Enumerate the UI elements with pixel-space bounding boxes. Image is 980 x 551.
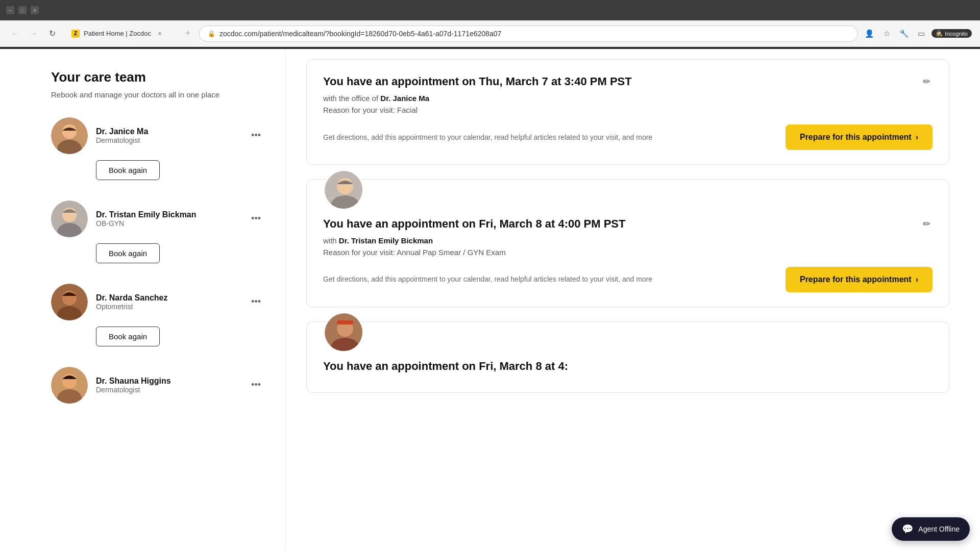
appt-reason-1: Reason for your visit: Facial: [323, 106, 933, 114]
avatar-narda-sanchez: [51, 284, 88, 320]
prepare-btn-1[interactable]: Prepare for this appointment ›: [786, 124, 933, 150]
doctor-item-3: Dr. Narda Sanchez Optometrist •••: [51, 284, 265, 320]
doctor-item-1: Dr. Janice Ma Dermatologist •••: [51, 117, 265, 154]
forward-icon: →: [30, 29, 38, 38]
incognito-label: Incognito: [945, 31, 968, 37]
appt-body-2: Get directions, add this appointment to …: [323, 267, 933, 292]
chat-widget[interactable]: 💬 Agent Offline: [892, 517, 970, 541]
appt-title-3: You have an appointment on Fri, March 8 …: [323, 359, 568, 374]
doctor-specialty-1: Dermatologist: [96, 136, 239, 144]
minimize-button[interactable]: ─: [6, 6, 14, 14]
more-options-icon-4: •••: [251, 380, 261, 390]
appt-edit-btn-2[interactable]: ✏: [921, 216, 933, 232]
doctor-info-4: Dr. Shauna Higgins Dermatologist: [96, 377, 239, 394]
back-button[interactable]: ←: [8, 27, 22, 41]
book-again-btn-2[interactable]: Book again: [96, 243, 160, 263]
more-options-icon-2: •••: [251, 213, 261, 223]
back-icon: ←: [11, 29, 19, 38]
extensions-button[interactable]: 🔧: [897, 27, 911, 41]
tab-close-icon: ×: [158, 30, 161, 37]
doctor-menu-btn-4[interactable]: •••: [247, 378, 265, 392]
avatar-janice-ma: [51, 117, 88, 154]
active-tab[interactable]: Z Patient Home | Zocdoc ×: [63, 25, 173, 42]
doctor-info-3: Dr. Narda Sanchez Optometrist: [96, 293, 239, 311]
browser-chrome: ─ □ ✕ ← → ↻ Z Patient Home | Zocdoc × +: [0, 0, 980, 49]
appt-title-2: You have an appointment on Fri, March 8 …: [323, 216, 625, 232]
prepare-btn-2-label: Prepare for this appointment: [800, 275, 912, 284]
doctor-name-1: Dr. Janice Ma: [96, 127, 239, 136]
chevron-right-icon-1: ›: [916, 133, 918, 142]
new-tab-button[interactable]: +: [181, 27, 195, 41]
browser-titlebar: ─ □ ✕: [0, 0, 980, 20]
appt-header-1: You have an appointment on Thu, March 7 …: [323, 74, 933, 90]
forward-button[interactable]: →: [27, 27, 41, 41]
window-controls: ─ □ ✕: [6, 6, 39, 14]
right-content: You have an appointment on Thu, March 7 …: [286, 49, 980, 551]
doctor-name-3: Dr. Narda Sanchez: [96, 293, 239, 303]
appt-with-1: with the office of Dr. Janice Ma: [323, 94, 933, 103]
profile-button[interactable]: 👤: [862, 27, 876, 41]
avatar-svg-4: [51, 367, 88, 404]
page-content: Your care team Rebook and manage your do…: [0, 49, 980, 551]
appt-with-2: with Dr. Tristan Emily Bickman: [323, 236, 933, 245]
prepare-btn-1-label: Prepare for this appointment: [800, 133, 912, 142]
avatar-svg-1: [51, 117, 88, 154]
doctor-specialty-3: Optometrist: [96, 303, 239, 311]
avatar-svg-3: [51, 284, 88, 320]
edit-icon-2: ✏: [923, 219, 930, 229]
card-avatar-2: [323, 169, 364, 210]
address-bar[interactable]: 🔒 zocdoc.com/patient/medicalteam/?bookin…: [199, 26, 858, 42]
appointment-card-3: You have an appointment on Fri, March 8 …: [306, 321, 949, 393]
doctor-row-2: Dr. Tristan Emily Bickman OB-GYN ••• Boo…: [51, 201, 265, 280]
new-tab-icon: +: [185, 28, 191, 39]
lock-icon: 🔒: [208, 30, 215, 37]
close-button[interactable]: ✕: [31, 6, 39, 14]
nav-right-icons: 👤 ☆ 🔧 ▭ 🕵 Incognito: [862, 27, 972, 41]
appt-desc-2: Get directions, add this appointment to …: [323, 273, 773, 285]
book-again-btn-3[interactable]: Book again: [96, 327, 160, 346]
chat-icon: 💬: [902, 523, 913, 535]
doctor-specialty-2: OB-GYN: [96, 219, 239, 228]
nav-bar: ← → ↻ Z Patient Home | Zocdoc × + 🔒 zocd…: [0, 20, 980, 47]
card-avatar-svg-3: [325, 313, 364, 353]
more-options-icon-1: •••: [251, 130, 261, 140]
appt-desc-1: Get directions, add this appointment to …: [323, 132, 773, 143]
tab-title: Patient Home | Zocdoc: [84, 30, 151, 37]
svg-rect-22: [337, 320, 353, 324]
edit-icon-1: ✏: [923, 77, 930, 87]
appt-header-3: You have an appointment on Fri, March 8 …: [323, 359, 933, 374]
prepare-btn-2[interactable]: Prepare for this appointment ›: [786, 267, 933, 292]
card-avatar-3: [323, 312, 364, 353]
avatar-tristan-bickman: [51, 201, 88, 237]
bookmark-button[interactable]: ☆: [879, 27, 894, 41]
appt-reason-2: Reason for your visit: Annual Pap Smear …: [323, 248, 933, 257]
doctor-item-2: Dr. Tristan Emily Bickman OB-GYN •••: [51, 201, 265, 237]
doctor-menu-btn-2[interactable]: •••: [247, 211, 265, 226]
sidebar-button[interactable]: ▭: [914, 27, 928, 41]
reload-icon: ↻: [49, 29, 56, 38]
doctor-item-4: Dr. Shauna Higgins Dermatologist •••: [51, 367, 265, 404]
book-again-btn-1[interactable]: Book again: [96, 160, 160, 180]
avatar-shauna-higgins: [51, 367, 88, 404]
appt-body-1: Get directions, add this appointment to …: [323, 124, 933, 150]
sidebar: Your care team Rebook and manage your do…: [0, 49, 286, 551]
maximize-button[interactable]: □: [18, 6, 27, 14]
doctor-menu-btn-3[interactable]: •••: [247, 294, 265, 309]
chevron-right-icon-2: ›: [916, 275, 918, 284]
doctor-menu-btn-1[interactable]: •••: [247, 128, 265, 143]
appointment-card-2: You have an appointment on Fri, March 8 …: [306, 179, 949, 307]
card-content-2: You have an appointment on Fri, March 8 …: [307, 180, 949, 307]
doctor-specialty-4: Dermatologist: [96, 386, 239, 394]
avatar-svg-2: [51, 201, 88, 237]
care-team-title: Your care team: [51, 69, 265, 85]
appt-edit-btn-1[interactable]: ✏: [921, 74, 933, 89]
svg-point-17: [337, 178, 353, 194]
reload-button[interactable]: ↻: [45, 27, 59, 41]
tab-close-button[interactable]: ×: [155, 29, 164, 38]
appt-header-2: You have an appointment on Fri, March 8 …: [323, 216, 933, 232]
incognito-icon: 🕵: [936, 30, 943, 37]
svg-point-3: [62, 124, 77, 139]
doctor-row-3: Dr. Narda Sanchez Optometrist ••• Book a…: [51, 284, 265, 363]
doctor-name-4: Dr. Shauna Higgins: [96, 377, 239, 386]
doctor-info-2: Dr. Tristan Emily Bickman OB-GYN: [96, 210, 239, 228]
